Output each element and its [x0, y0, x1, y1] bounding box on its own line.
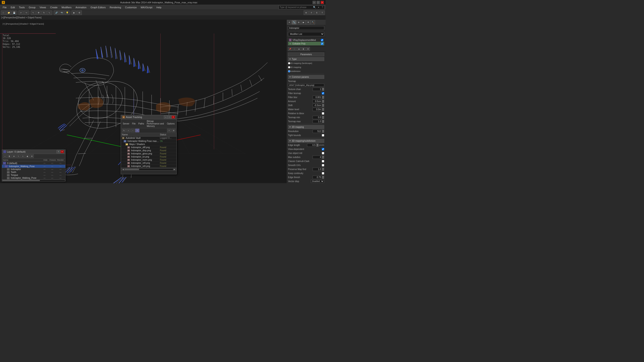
- menu-maxscript[interactable]: MAXScript: [139, 5, 154, 9]
- menu-tools[interactable]: Tools: [17, 5, 26, 9]
- type-group-header[interactable]: ▼ Type: [288, 57, 324, 61]
- vector-disp-select[interactable]: Disabled: [311, 180, 324, 183]
- asset-row-norm[interactable]: 🖼 Indoraptor_norm.png Found: [121, 158, 176, 162]
- menu-rendering[interactable]: Rendering: [108, 5, 123, 9]
- track-view-btn[interactable]: T: [320, 10, 325, 15]
- layer-row-tongue[interactable]: Tongue — — —: [2, 174, 65, 177]
- delete-layer-btn[interactable]: 🗑: [8, 154, 12, 158]
- environment-btn[interactable]: E: [314, 10, 319, 15]
- layers-help-btn[interactable]: ?: [56, 150, 60, 153]
- camera-btn[interactable]: 📷: [59, 10, 64, 15]
- new-layer-btn[interactable]: +: [3, 154, 7, 158]
- menu-edit[interactable]: Edit: [9, 5, 17, 9]
- asset-minimize-btn[interactable]: ─: [164, 115, 168, 119]
- asset-row-diff[interactable]: 🖼 Indoraptor_diff.png Found: [121, 146, 176, 149]
- properties-btn[interactable]: ⚙: [30, 154, 34, 158]
- max-subdivs-up[interactable]: ▲: [322, 156, 324, 157]
- material-editor-btn[interactable]: M: [304, 10, 308, 15]
- 2d-mapping-header[interactable]: ▼ 2D mapping: [288, 125, 324, 129]
- menu-views[interactable]: Views: [38, 5, 48, 9]
- filter-blur-input[interactable]: [312, 96, 322, 99]
- asset-menu-bitmap[interactable]: Bitmap Performance and Memory: [146, 120, 165, 128]
- amount-input[interactable]: [312, 100, 322, 103]
- asset-menu-server[interactable]: Server: [122, 122, 130, 125]
- asset-menu-paths[interactable]: Paths: [138, 122, 145, 125]
- water-level-up[interactable]: ▲: [322, 108, 324, 109]
- open-btn[interactable]: 📁: [6, 10, 11, 15]
- tight-bounds-checkbox[interactable]: [322, 134, 324, 137]
- minimize-button[interactable]: ─: [312, 1, 316, 4]
- view-dependent-checkbox[interactable]: [322, 148, 324, 150]
- utilities-panel-btn[interactable]: 🔨: [310, 20, 315, 24]
- texmap-max-up[interactable]: ▲: [322, 120, 324, 121]
- pin-stack-btn[interactable]: 📌: [288, 47, 292, 51]
- modifier-item-editable-poly[interactable]: E Editable Poly: [288, 42, 324, 45]
- link-btn[interactable]: 🔗: [54, 10, 59, 15]
- display-panel-btn[interactable]: 👁: [306, 20, 310, 24]
- asset-menu-file[interactable]: File: [131, 122, 136, 125]
- asset-close-btn[interactable]: ✕: [172, 115, 175, 119]
- create-panel-btn[interactable]: ✦: [287, 20, 292, 24]
- asset-scroll-left[interactable]: ◀: [122, 168, 124, 170]
- amount-up[interactable]: ▲: [322, 100, 324, 101]
- filter-blur-up[interactable]: ▲: [322, 96, 324, 97]
- texmap-max-input[interactable]: [312, 120, 322, 123]
- menu-help[interactable]: Help: [154, 5, 163, 9]
- save-btn[interactable]: 💾: [12, 10, 16, 15]
- asset-help-btn[interactable]: ?: [167, 129, 171, 132]
- select-btn[interactable]: ↖: [31, 10, 36, 15]
- asset-add-btn[interactable]: +: [126, 129, 130, 132]
- shift-input[interactable]: [312, 104, 322, 107]
- texmap-id-value[interactable]: 18347 (Indoraptor_disp.png): [288, 84, 324, 87]
- object-name-input[interactable]: [288, 26, 324, 30]
- amount-down[interactable]: ▼: [322, 101, 324, 103]
- help-search-icon[interactable]: ?: [320, 5, 324, 9]
- preserve-map-input[interactable]: [312, 168, 322, 171]
- preserve-map-down[interactable]: ▼: [322, 169, 324, 171]
- redo-btn[interactable]: ↪: [24, 10, 29, 15]
- water-level-down[interactable]: ▼: [322, 109, 324, 111]
- asset-row-main-file[interactable]: M Indoraptor Walking Pose max vray.max O…: [121, 140, 176, 143]
- edge-length-up[interactable]: ▲: [316, 143, 319, 145]
- type-subdivision-radio[interactable]: [288, 70, 290, 72]
- scale-btn[interactable]: ⤡: [47, 10, 52, 15]
- texture-chan-down[interactable]: ▼: [322, 89, 324, 91]
- asset-maximize-btn[interactable]: □: [168, 115, 171, 119]
- edge-length-input[interactable]: [307, 143, 316, 147]
- resolution-input[interactable]: [312, 130, 322, 133]
- asset-scrollbar[interactable]: ◀ ▶: [121, 168, 176, 170]
- asset-row-gloss[interactable]: 🖼 Indoraptor_gloss.png Found: [121, 152, 176, 155]
- search-input[interactable]: [279, 6, 312, 8]
- search-icon[interactable]: 🔍: [312, 5, 316, 9]
- asset-menu-options[interactable]: Options: [166, 122, 176, 125]
- vray-mod-checkbox[interactable]: [321, 39, 323, 41]
- render-btn[interactable]: ▶: [72, 10, 76, 15]
- asset-row-refl[interactable]: 🖼 Indoraptor_refl.png Found: [121, 162, 176, 165]
- texmap-min-down[interactable]: ▼: [322, 117, 324, 119]
- shift-up[interactable]: ▲: [322, 104, 324, 105]
- resolution-down[interactable]: ▼: [322, 131, 324, 133]
- asset-remove-btn[interactable]: −: [131, 129, 135, 132]
- preserve-map-up[interactable]: ▲: [322, 168, 324, 169]
- asset-settings-btn[interactable]: ⚙: [172, 129, 176, 132]
- layer-row-0[interactable]: L 0 (default) — — —: [2, 162, 65, 165]
- select-children-btn[interactable]: ⇓: [21, 154, 25, 158]
- type-2d-radio[interactable]: [288, 62, 290, 64]
- show-result-btn[interactable]: □: [292, 47, 296, 51]
- asset-row-maps-folder[interactable]: 📁 Maps / Shaders: [121, 143, 176, 146]
- modify-panel-btn[interactable]: 🔧: [292, 20, 296, 24]
- remove-modifier-btn[interactable]: 🗑: [302, 47, 306, 51]
- keep-continuity-checkbox[interactable]: [322, 172, 324, 175]
- motion-panel-btn[interactable]: ▶: [301, 20, 306, 24]
- editable-poly-checkbox[interactable]: [321, 42, 323, 45]
- texture-chan-input[interactable]: [312, 88, 322, 91]
- texture-chan-up[interactable]: ▲: [322, 88, 324, 89]
- undo-btn[interactable]: ↩: [18, 10, 24, 15]
- asset-row-refr[interactable]: 🖼 Indoraptor_refr.png Found: [121, 165, 176, 168]
- 3d-mapping-header[interactable]: ▼ 3D mapping/subdivision: [288, 139, 324, 143]
- edge-thresh-up[interactable]: ▲: [322, 176, 324, 177]
- asset-list-btn[interactable]: ≡: [135, 129, 139, 132]
- edge-thresh-down[interactable]: ▼: [322, 177, 324, 179]
- config-modifier-btn[interactable]: ⚙: [306, 47, 310, 51]
- new-btn[interactable]: □: [1, 10, 6, 15]
